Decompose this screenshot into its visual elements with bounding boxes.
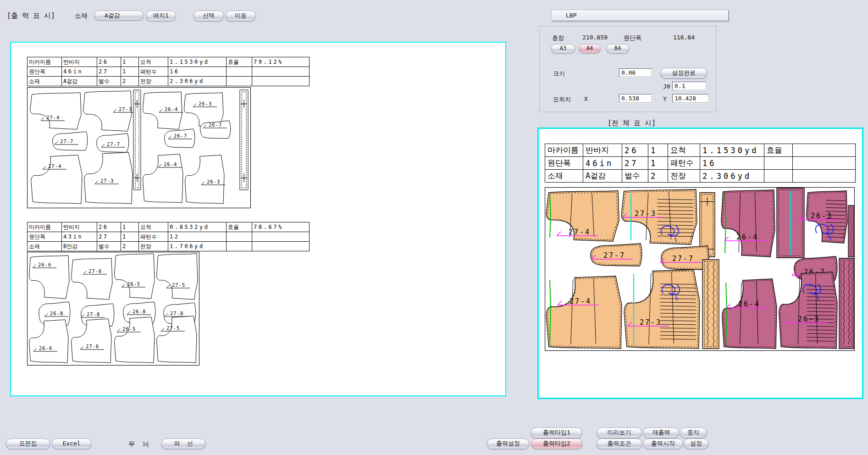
piece-label: 26-5 bbox=[127, 281, 140, 287]
piece-label: 27-7 bbox=[107, 141, 120, 147]
marker-table-cell: 16 bbox=[700, 157, 764, 170]
settings-button[interactable]: 설정 bbox=[684, 438, 708, 449]
output-type2-button[interactable]: 출력타입2 bbox=[531, 438, 582, 449]
output-type1-button[interactable]: 출력타입1 bbox=[531, 427, 582, 438]
printer-select-bar[interactable]: LBP bbox=[552, 10, 729, 21]
piece-label: 26-8 bbox=[50, 311, 63, 316]
marker-table-cell: 원단폭 bbox=[28, 67, 62, 77]
marker-table-cell: 반바지 bbox=[583, 144, 622, 157]
output-settings-button[interactable]: 출력설정 bbox=[487, 438, 529, 449]
marker-table-cell: 46in bbox=[62, 67, 97, 77]
reprint-button[interactable]: 재출력 bbox=[643, 427, 679, 438]
piece-label: 27-7 bbox=[603, 251, 625, 260]
output-condition-button[interactable]: 출력조건 bbox=[597, 438, 642, 449]
marker-table-cell: 요척 bbox=[139, 57, 168, 67]
marker-table-cell: 요척 bbox=[139, 222, 168, 232]
marker-table-cell: 벌수 bbox=[97, 77, 121, 86]
stop-button[interactable]: 중지 bbox=[680, 427, 707, 438]
marker-table-cell: 43in bbox=[62, 232, 97, 242]
output-display-panel: 마카이름반바지261요척1.1530yd효율79.12%원단폭46in271패턴… bbox=[10, 42, 506, 396]
marker-table-cell: 원단폭 bbox=[28, 232, 62, 242]
piece-label: 27-6 bbox=[86, 344, 99, 349]
pattern-piece bbox=[839, 258, 854, 349]
output-start-button[interactable]: 출력시작 bbox=[643, 438, 683, 449]
size-label: 크기 bbox=[553, 70, 565, 78]
marker-table-cell: 벌수 bbox=[97, 242, 121, 251]
piece-label: 27-5 bbox=[166, 325, 180, 331]
move-button[interactable]: 이동 bbox=[226, 11, 256, 21]
marker-table-cell: 반바지 bbox=[62, 222, 97, 232]
y-position-input[interactable] bbox=[672, 94, 709, 103]
marker-table-cell: 27 bbox=[622, 157, 648, 170]
piece-label: 26-5 bbox=[122, 326, 136, 332]
preview-button[interactable]: 미리보기 bbox=[597, 427, 642, 438]
piece-label: 26-6 bbox=[38, 262, 51, 267]
select-button[interactable]: 선택 bbox=[194, 11, 224, 21]
marker-table-cell: 전장 bbox=[139, 242, 168, 251]
pattern-piece bbox=[133, 90, 141, 190]
marker-table-cell: 마카이름 bbox=[545, 144, 583, 157]
pattern-piece bbox=[240, 90, 248, 190]
marker-table-cell: 26 bbox=[97, 57, 121, 67]
piece-label: 26-4 bbox=[165, 106, 178, 112]
piece-label: 27-7 bbox=[60, 139, 73, 144]
marker-table-cell: 마카이름 bbox=[28, 222, 62, 232]
marker-info-table-b: 마카이름반바지261요척0.8532yd효율78.67%원단폭43in271패턴… bbox=[27, 222, 310, 251]
piece-label: 27-6 bbox=[88, 268, 102, 274]
table-position-label: 표위치 bbox=[553, 95, 571, 104]
piece-label: 26-7 bbox=[174, 133, 187, 139]
paper-a3-button[interactable]: A3 bbox=[551, 44, 575, 53]
excel-button[interactable]: Excel bbox=[52, 438, 91, 449]
marker-table-cell: 1 bbox=[648, 157, 668, 170]
material-select-button[interactable]: A겉감 bbox=[94, 11, 144, 20]
paper-b4-button[interactable]: B4 bbox=[606, 44, 629, 53]
piece-label: 26-7 bbox=[209, 122, 222, 128]
marker-table-cell bbox=[252, 232, 310, 242]
marker-layout-preview: 27-427-327-727-727-427-326-426-326-726-4… bbox=[545, 187, 855, 351]
marker-table-cell bbox=[227, 77, 252, 86]
marker-table-cell: 2 bbox=[121, 77, 139, 86]
piece-label: 26-4 bbox=[164, 161, 177, 167]
piece-label: 27-3 bbox=[635, 210, 657, 218]
marker-table-cell: 마카이름 bbox=[28, 57, 62, 67]
paper-a4-button[interactable]: A4 bbox=[579, 44, 601, 53]
full-display-title: [전 체 표 시] bbox=[608, 119, 656, 128]
piece-label: 27-4 bbox=[569, 228, 591, 236]
layout1-button[interactable]: 배치1 bbox=[146, 11, 176, 21]
pattern-label: 무 늬 bbox=[128, 440, 149, 449]
marker-table-cell bbox=[793, 157, 856, 170]
piece-label: 26-3 bbox=[798, 315, 820, 323]
piece-label: 27-8 bbox=[87, 311, 100, 317]
marker-table-cell: 효율 bbox=[764, 144, 793, 157]
marker-table-cell bbox=[764, 170, 793, 183]
pattern-piece: 27-7 bbox=[53, 132, 88, 150]
pattern-piece bbox=[848, 205, 854, 257]
marker-table-cell: 27 bbox=[97, 67, 121, 77]
pattern-piece: 26-7 bbox=[165, 129, 195, 148]
apply-settings-button[interactable]: 설정완료 bbox=[660, 68, 707, 78]
y-label: Y bbox=[663, 95, 667, 102]
j0-input[interactable] bbox=[672, 82, 706, 90]
marker-table-cell bbox=[764, 157, 793, 170]
piece-label: 26-3 bbox=[811, 212, 833, 220]
marker-table-cell: 46in bbox=[583, 157, 622, 170]
marker-table-cell: 27 bbox=[97, 232, 121, 242]
marker-table-cell bbox=[252, 67, 310, 77]
marker-layout-b: 26-627-626-527-526-827-826-827-826-627-6… bbox=[27, 252, 199, 366]
x-position-input[interactable] bbox=[619, 94, 652, 103]
total-length-label: 총장 bbox=[552, 34, 564, 42]
marker-table-cell bbox=[252, 242, 310, 251]
marker-table-cell: 소재 bbox=[28, 242, 62, 251]
marker-table-cell: 원단폭 bbox=[545, 157, 583, 170]
total-length-value: 210.859 bbox=[582, 34, 608, 41]
piece-label: 27-3 bbox=[119, 106, 132, 112]
dash-line-button[interactable]: 파 선 bbox=[161, 438, 205, 449]
size-input[interactable] bbox=[619, 68, 652, 77]
marker-info-table-preview: 마카이름반바지261요척1.1530yd효율원단폭46in271패턴수16소재A… bbox=[545, 144, 856, 183]
marker-table-cell: 패턴수 bbox=[668, 157, 700, 170]
table-edit-button[interactable]: 표편집 bbox=[6, 438, 50, 449]
marker-table-cell: 2.306yd bbox=[700, 170, 764, 183]
piece-label: 26-4 bbox=[738, 300, 760, 308]
marker-table-cell: 1 bbox=[121, 67, 139, 77]
marker-table-cell: 79.12% bbox=[252, 57, 310, 67]
